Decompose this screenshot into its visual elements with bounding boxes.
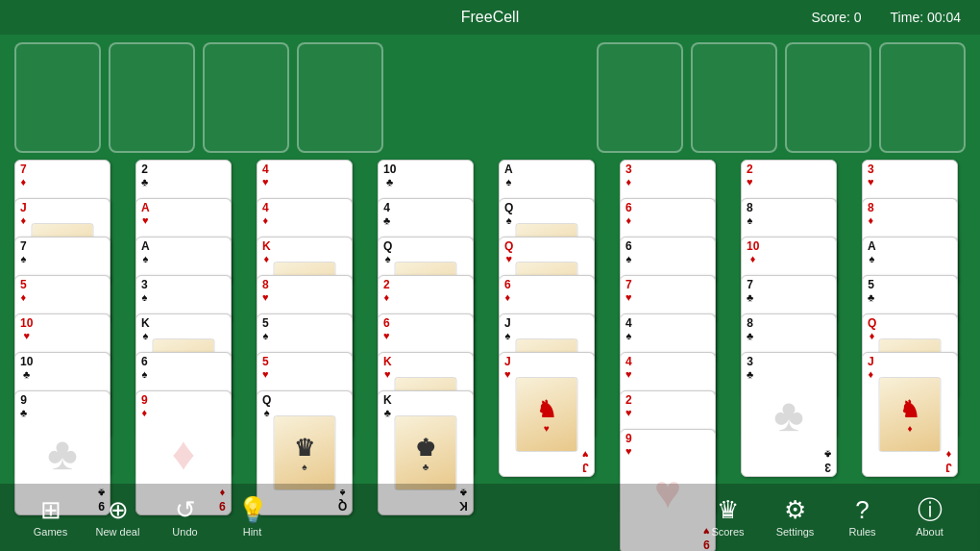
time-display: Time: 00:04 — [891, 10, 961, 25]
undo-label: Undo — [172, 526, 197, 538]
toolbar: ⊞ Games ⊕ New deal ↺ Undo 💡 Hint ♛ Score… — [0, 484, 980, 551]
rules-button[interactable]: ? Rules — [831, 487, 894, 549]
toolbar-right: ♛ Scores ⚙ Settings ? Rules ⓘ About — [697, 487, 961, 549]
free-cell-4[interactable] — [297, 42, 383, 153]
rules-label: Rules — [848, 526, 875, 538]
card[interactable]: 3♣3♣♣ — [741, 352, 837, 477]
hint-label: Hint — [243, 526, 262, 538]
undo-button[interactable]: ↺ Undo — [154, 487, 216, 549]
top-area — [10, 35, 970, 160]
rules-icon: ? — [855, 497, 869, 522]
score-display: Score: 0 — [811, 10, 861, 25]
foundation-3[interactable] — [785, 42, 871, 153]
settings-icon: ⚙ — [784, 497, 806, 522]
free-cell-2[interactable] — [109, 42, 195, 153]
scores-icon: ♛ — [717, 497, 739, 522]
toolbar-left: ⊞ Games ⊕ New deal ↺ Undo 💡 Hint — [19, 487, 283, 549]
undo-icon: ↺ — [175, 497, 196, 522]
foundation-cells — [597, 42, 966, 152]
game-header: FreeCell Score: 0 Time: 00:04 — [0, 0, 980, 35]
hint-icon: 💡 — [237, 497, 268, 522]
free-cell-3[interactable] — [203, 42, 289, 153]
games-button[interactable]: ⊞ Games — [19, 487, 82, 549]
new-deal-icon: ⊕ — [108, 497, 129, 522]
free-cells — [14, 42, 383, 152]
foundation-1[interactable] — [597, 42, 683, 153]
game-area: 7♦7♦♦J♦J♦ ♞ ♦ 7♠7♠♠5♦5♦♦10♥10♥♥10♣10♣♣9♣… — [10, 35, 970, 484]
hint-button[interactable]: 💡 Hint — [221, 487, 283, 549]
card[interactable]: J♥J♥ ♞ ♥ — [499, 352, 595, 477]
settings-button[interactable]: ⚙ Settings — [764, 487, 826, 549]
games-label: Games — [34, 526, 67, 538]
score-area: Score: 0 Time: 00:04 — [811, 10, 961, 25]
games-icon: ⊞ — [40, 497, 61, 522]
settings-label: Settings — [776, 526, 815, 538]
scores-label: Scores — [711, 526, 744, 538]
new-deal-button[interactable]: ⊕ New deal — [86, 487, 149, 549]
foundation-2[interactable] — [691, 42, 777, 153]
about-label: About — [916, 526, 943, 538]
card[interactable]: J♦J♦ ♞ ♦ — [862, 352, 958, 477]
about-button[interactable]: ⓘ About — [898, 487, 961, 549]
foundation-4[interactable] — [879, 42, 966, 153]
scores-button[interactable]: ♛ Scores — [697, 487, 759, 549]
new-deal-label: New deal — [96, 526, 140, 538]
free-cell-1[interactable] — [14, 42, 101, 153]
about-icon: ⓘ — [918, 497, 943, 522]
